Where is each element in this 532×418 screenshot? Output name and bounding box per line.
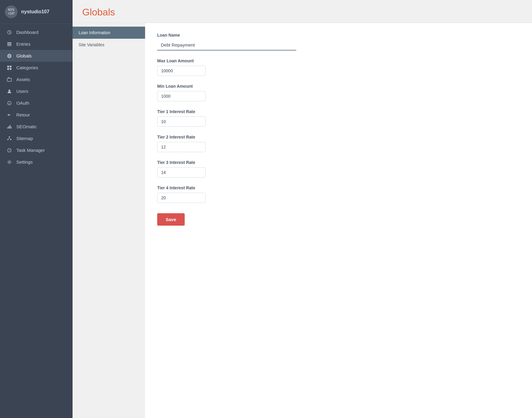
users-icon — [6, 89, 13, 94]
sidebar-header: NYS+107 nystudio107 — [0, 0, 73, 24]
sidebar-item-task-manager[interactable]: T Task Manager — [0, 144, 73, 156]
seomatic-icon — [6, 124, 13, 129]
settings-icon — [6, 160, 13, 165]
form-group-max-loan-amount: Max Loan Amount — [157, 58, 520, 76]
input-tier3[interactable] — [157, 167, 206, 178]
task-manager-icon: T — [6, 148, 13, 153]
svg-rect-21 — [7, 139, 8, 140]
form-group-tier1: Tier 1 Interest Rate — [157, 109, 520, 127]
svg-rect-10 — [10, 68, 11, 70]
input-loan-name[interactable] — [157, 40, 296, 51]
sidebar-item-users[interactable]: Users — [0, 85, 73, 97]
svg-rect-17 — [9, 126, 10, 129]
svg-rect-19 — [11, 127, 11, 129]
sub-nav-site-variables[interactable]: Site Variables — [73, 39, 145, 51]
sub-sidebar: Loan Information Site Variables — [73, 23, 145, 418]
svg-line-24 — [8, 138, 9, 139]
main-content: Globals Loan Information Site Variables … — [73, 0, 532, 418]
dashboard-icon — [6, 30, 13, 35]
sidebar-nav: Dashboard Entries Globals Categories — [0, 24, 73, 418]
svg-rect-11 — [7, 78, 11, 81]
sub-nav-loan-information[interactable]: Loan Information — [73, 27, 145, 39]
form-group-loan-name: Loan Name — [157, 33, 520, 51]
sidebar-item-entries[interactable]: Entries — [0, 38, 73, 50]
sidebar-item-dashboard[interactable]: Dashboard — [0, 26, 73, 38]
save-button[interactable]: Save — [157, 213, 185, 226]
input-max-loan-amount[interactable] — [157, 66, 206, 76]
sidebar-item-globals[interactable]: Globals — [0, 50, 73, 62]
label-tier3: Tier 3 Interest Rate — [157, 160, 520, 165]
svg-rect-2 — [7, 44, 11, 45]
retour-icon — [6, 113, 13, 117]
sidebar-username: nystudio107 — [21, 9, 49, 15]
svg-text:T: T — [9, 149, 11, 152]
sidebar-item-categories[interactable]: Categories — [0, 62, 73, 73]
label-tier4: Tier 4 Interest Rate — [157, 185, 520, 190]
label-loan-name: Loan Name — [157, 33, 520, 38]
svg-rect-16 — [8, 126, 9, 129]
content-area: Loan Information Site Variables Loan Nam… — [73, 23, 532, 418]
oauth-icon: A — [6, 101, 13, 106]
form-group-min-loan-amount: Min Loan Amount — [157, 84, 520, 101]
svg-point-28 — [9, 161, 10, 163]
globals-icon — [6, 54, 13, 58]
svg-rect-18 — [10, 125, 11, 129]
svg-point-12 — [8, 90, 10, 91]
svg-line-25 — [9, 138, 11, 139]
label-tier2: Tier 2 Interest Rate — [157, 135, 520, 139]
svg-rect-20 — [9, 136, 10, 137]
sidebar-item-oauth[interactable]: A OAuth — [0, 97, 73, 109]
input-tier4[interactable] — [157, 193, 206, 203]
form-group-tier4: Tier 4 Interest Rate — [157, 185, 520, 203]
svg-text:A: A — [8, 102, 10, 105]
main-header: Globals — [73, 0, 532, 23]
assets-icon — [6, 77, 13, 82]
form-area: Loan Name Max Loan Amount Min Loan Amoun… — [145, 23, 532, 418]
label-max-loan-amount: Max Loan Amount — [157, 58, 520, 63]
svg-rect-1 — [7, 42, 11, 43]
page-title: Globals — [82, 7, 522, 18]
entries-icon — [6, 42, 13, 47]
form-group-tier3: Tier 3 Interest Rate — [157, 160, 520, 178]
sidebar: NYS+107 nystudio107 Dashboard Entries Gl… — [0, 0, 73, 418]
sidebar-logo: NYS+107 — [5, 5, 18, 18]
form-group-tier2: Tier 2 Interest Rate — [157, 135, 520, 152]
sidebar-item-assets[interactable]: Assets — [0, 73, 73, 85]
svg-rect-8 — [10, 66, 11, 67]
sidebar-item-retour[interactable]: Retour — [0, 109, 73, 121]
input-min-loan-amount[interactable] — [157, 91, 206, 101]
categories-icon — [6, 65, 13, 70]
svg-rect-15 — [7, 127, 8, 129]
input-tier2[interactable] — [157, 142, 206, 152]
sidebar-item-seomatic[interactable]: SEOmatic — [0, 121, 73, 132]
input-tier1[interactable] — [157, 116, 206, 127]
svg-rect-9 — [7, 68, 9, 70]
sidebar-item-sitemap[interactable]: Sitemap — [0, 132, 73, 144]
label-tier1: Tier 1 Interest Rate — [157, 109, 520, 114]
svg-rect-7 — [7, 66, 9, 67]
svg-rect-22 — [10, 139, 11, 140]
label-min-loan-amount: Min Loan Amount — [157, 84, 520, 89]
sitemap-icon — [6, 136, 13, 141]
svg-rect-3 — [7, 45, 11, 46]
sidebar-item-settings[interactable]: Settings — [0, 156, 73, 168]
